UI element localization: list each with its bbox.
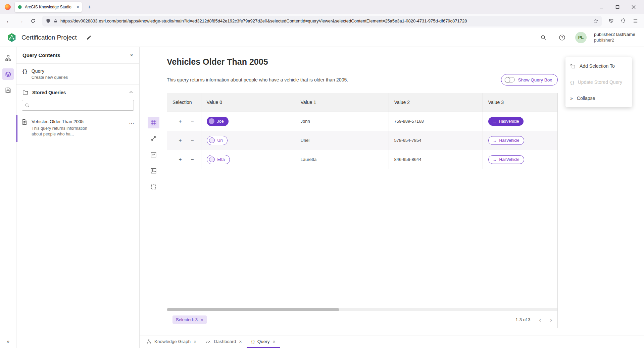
search-icon[interactable] — [538, 32, 549, 43]
tab-query[interactable]: { } Query × — [247, 336, 280, 348]
link-chart-icon[interactable] — [148, 133, 159, 144]
pocket-icon[interactable] — [606, 16, 616, 26]
reload-button[interactable] — [28, 16, 38, 26]
stored-queries-search[interactable] — [22, 100, 134, 111]
address-bar[interactable]: https://dev0028833.esri.com/portal/apps/… — [42, 16, 602, 26]
dashboard-icon — [206, 339, 211, 344]
content-tab-bar: Knowledge Graph × Dashboard × { } Query … — [140, 336, 644, 348]
help-icon[interactable]: ? — [556, 32, 568, 43]
add-selection-icon[interactable]: + — [177, 157, 183, 163]
column-header-selection[interactable]: Selection — [167, 93, 201, 112]
add-selection-to-icon — [570, 63, 576, 69]
menu-item-update-stored-query[interactable]: { } Update Stored Query — [565, 74, 632, 90]
item-options-icon[interactable]: … — [129, 119, 135, 123]
add-selection-icon[interactable]: + — [177, 118, 183, 124]
window-controls — [596, 2, 641, 12]
column-header-value1[interactable]: Value 1 — [295, 93, 389, 112]
table-row: + − Joe John 759-889-57168 →HasVehicle — [167, 112, 557, 131]
bookmark-star-icon[interactable] — [593, 18, 598, 23]
window-close-button[interactable] — [628, 2, 639, 12]
new-query-item[interactable]: { } Query Create new queries — [16, 64, 139, 85]
project-title: Certification Project — [21, 34, 77, 41]
new-tab-button[interactable]: + — [85, 2, 94, 12]
tab-dashboard[interactable]: Dashboard × — [201, 336, 246, 348]
menu-item-collapse[interactable]: » Collapse — [565, 90, 632, 106]
expand-rail-icon[interactable]: » — [0, 338, 16, 344]
shield-icon[interactable] — [46, 18, 51, 23]
column-header-value0[interactable]: Value 0 — [201, 93, 295, 112]
contents-layers-icon[interactable] — [2, 68, 14, 80]
search-icon — [25, 103, 30, 108]
table-footer: Selected: 3 × 1-3 of 3 ‹ › — [167, 311, 557, 328]
entity-pill[interactable]: Uri — [207, 136, 228, 145]
save-icon[interactable] — [2, 84, 14, 96]
knowledge-graph-icon — [146, 339, 151, 344]
data-model-icon[interactable] — [2, 52, 14, 64]
browser-tab-strip: ArcGIS Knowledge Studio × + — [0, 0, 644, 14]
tab-knowledge-graph[interactable]: Knowledge Graph × — [142, 336, 201, 348]
stored-queries-header[interactable]: Stored Queries — [16, 85, 139, 99]
query-description: This query returns information about peo… — [167, 77, 348, 82]
forward-button[interactable]: → — [15, 16, 26, 26]
remove-selection-icon[interactable]: − — [189, 157, 195, 163]
menu-icon[interactable] — [630, 16, 641, 26]
chart-view-icon[interactable] — [148, 149, 159, 161]
edit-title-icon[interactable] — [86, 35, 92, 40]
avatar[interactable]: PL — [575, 32, 587, 43]
panel-title: Query Contents — [22, 52, 130, 58]
cell-value: 578-654-7854 — [394, 138, 422, 143]
window-maximize-button[interactable] — [612, 2, 623, 12]
menu-item-add-selection-to[interactable]: Add Selection To — [565, 58, 632, 74]
browser-tab[interactable]: ArcGIS Knowledge Studio × — [15, 2, 82, 12]
show-query-box-toggle[interactable]: Show Query Box — [501, 74, 558, 85]
column-header-value2[interactable]: Value 2 — [389, 93, 483, 112]
left-rail: » — [0, 47, 16, 348]
back-button[interactable]: ← — [3, 16, 14, 26]
stored-query-description: This query returns information about peo… — [32, 126, 95, 137]
stored-query-item[interactable]: Vehicles Older Than 2005 This query retu… — [16, 115, 139, 142]
view-toolbar — [148, 117, 159, 193]
table-view-icon[interactable] — [148, 117, 159, 128]
new-query-description: Create new queries — [32, 75, 68, 80]
stored-query-title: Vehicles Older Than 2005 — [32, 119, 95, 124]
relationship-pill[interactable]: →HasVehicle — [488, 117, 524, 126]
user-info[interactable]: publisher2 lastName publisher2 — [594, 32, 637, 43]
app-header: Certification Project ? PL publisher2 la… — [0, 28, 644, 47]
tab-close-icon[interactable]: × — [77, 5, 79, 9]
close-tab-icon[interactable]: × — [273, 339, 276, 344]
arrow-right-icon: → — [493, 119, 497, 124]
add-selection-icon[interactable]: + — [177, 137, 183, 143]
scrollbar-thumb[interactable] — [167, 308, 339, 311]
window-minimize-button[interactable] — [596, 2, 607, 12]
horizontal-scrollbar[interactable] — [167, 308, 557, 311]
map-view-icon[interactable] — [148, 165, 159, 177]
entity-pill[interactable]: Etta — [207, 155, 230, 164]
relationship-pill[interactable]: →HasVehicle — [488, 136, 524, 145]
collapse-section-icon[interactable] — [129, 90, 133, 95]
selection-chip[interactable]: Selected: 3 × — [172, 315, 207, 324]
new-query-label: Query — [32, 68, 68, 74]
close-tab-icon[interactable]: × — [194, 339, 196, 344]
stored-queries-search-input[interactable] — [32, 103, 131, 108]
next-page-icon[interactable]: › — [550, 316, 552, 323]
previous-page-icon[interactable]: ‹ — [539, 316, 541, 323]
lock-icon[interactable] — [53, 19, 58, 23]
cell-value: 759-889-57168 — [394, 119, 424, 124]
cell-value: John — [301, 119, 310, 124]
options-menu: Add Selection To { } Update Stored Query… — [565, 57, 632, 107]
remove-selection-icon[interactable]: − — [189, 137, 195, 143]
entity-pill[interactable]: Joe — [207, 117, 229, 126]
browser-navbar: ← → https://dev0028833.esri.com/portal/a… — [0, 14, 644, 28]
column-header-value3[interactable]: Value 3 — [483, 93, 557, 112]
clear-selection-icon[interactable]: × — [201, 317, 203, 322]
extensions-icon[interactable] — [618, 16, 629, 26]
remove-selection-icon[interactable]: − — [189, 118, 195, 124]
entity-dot-icon — [209, 118, 214, 124]
panel-close-icon[interactable]: × — [130, 52, 133, 59]
table-row: + − Etta Lauretta 846-956-8644 →HasVehic… — [167, 150, 557, 169]
url-text[interactable]: https://dev0028833.esri.com/portal/apps/… — [60, 18, 591, 23]
svg-text:?: ? — [561, 36, 563, 39]
close-tab-icon[interactable]: × — [239, 339, 242, 344]
relationship-pill[interactable]: →HasVehicle — [488, 155, 524, 164]
selection-tool-icon[interactable] — [148, 181, 159, 193]
